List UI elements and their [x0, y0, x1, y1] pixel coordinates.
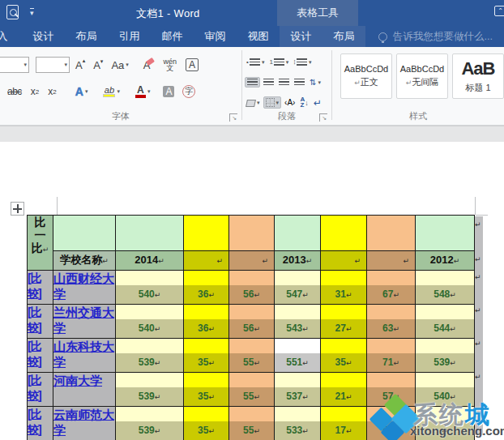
table-header-row-top: 比 一 比↵ [28, 216, 475, 251]
tab-view[interactable]: 视图 [237, 26, 280, 47]
margin-crop-mark [57, 197, 58, 215]
school-link[interactable]: 山西财经大学 [53, 271, 116, 305]
sort-button[interactable]: AZ↓ [298, 96, 310, 109]
window-title: 文档1 - Word [136, 6, 200, 21]
corner-header-cell[interactable]: 比 一 比↵ [28, 216, 53, 271]
print-preview-icon[interactable] [6, 5, 19, 19]
lightbulb-icon [378, 32, 387, 41]
table-row: [比较] 兰州交通大学 540↵ 36↵ 56↵ 543↵ 27↵ 63↵ 54… [28, 305, 475, 339]
tell-me-placeholder: 告诉我您想要做什么... [393, 30, 493, 44]
header-school[interactable]: 学校名称↵ [53, 251, 116, 271]
school-link[interactable]: 云南师范大学 [53, 407, 116, 440]
compare-link[interactable]: [比较] [28, 339, 53, 373]
ruler-area [0, 126, 504, 142]
font-name-combo[interactable]: ▾ [0, 57, 29, 73]
school-link[interactable]: 山东科技大学 [53, 339, 116, 373]
subscript-button[interactable]: x2 [28, 84, 41, 99]
style-no-spacing[interactable]: AaBbCcDd ↵无间隔 [396, 53, 448, 99]
ribbon-tab-bar: 插入 设计 布局 引用 邮件 审阅 视图 设计 布局 告诉我您想要做什么... [0, 26, 504, 47]
bullets-button[interactable]: •▾ [245, 58, 266, 66]
justify-button[interactable] [293, 78, 306, 87]
text-effects-button[interactable]: A▾ [73, 83, 91, 100]
style-normal[interactable]: AaBbCcDd ↵正文 [340, 53, 392, 99]
tab-design[interactable]: 设计 [22, 26, 65, 47]
header-2014[interactable]: 2014↵ [116, 251, 184, 271]
shrink-font-button[interactable]: A [91, 58, 105, 73]
grow-font-button[interactable]: A [73, 58, 88, 73]
compare-link[interactable]: [比较] [28, 373, 53, 407]
table-row: [比较] 云南师范大学 539↵ 35↵ 55↵ 533↵ 17↵ 53↵ ↵ [28, 407, 475, 440]
numbering-button[interactable]: 1▾ [267, 58, 290, 66]
text-highlight-button[interactable]: ab▾ [100, 84, 122, 99]
phonetic-guide-button[interactable]: wén文 [160, 57, 179, 73]
tab-review[interactable]: 审阅 [194, 26, 237, 47]
table-row: [比较] 山东科技大学 539↵ 35↵ 55↵ 551↵ 35↵ 71↵ 53… [28, 339, 475, 373]
enclose-characters-button[interactable]: 字 [182, 85, 195, 98]
tab-insert-clipped[interactable]: 插入 [0, 26, 22, 47]
school-link[interactable]: 兰州交通大学 [53, 305, 116, 339]
header-2013[interactable]: 2013↵ [275, 251, 321, 271]
school-link[interactable]: 河南大学 [53, 373, 116, 407]
quick-access-toolbar: ▾ [6, 5, 34, 19]
paragraph-group-label: 段落 [242, 110, 331, 122]
styles-group: AaBbCcDd ↵正文 AaBbCcDd ↵无间隔 AaB 标题 1 样式 [332, 47, 504, 125]
change-case-button[interactable]: Aa▾ [109, 58, 130, 73]
qat-customize-icon[interactable]: ▾ [30, 8, 34, 16]
line-spacing-button[interactable]: ⇅▾ [308, 77, 322, 88]
strikethrough-button[interactable]: abc [5, 84, 24, 99]
paragraph-dialog-launcher-icon[interactable]: ↘ [319, 113, 327, 122]
font-color-button[interactable]: A▾ [133, 84, 153, 100]
tab-references[interactable]: 引用 [108, 26, 151, 47]
compare-link[interactable]: [比较] [28, 407, 53, 440]
font-group-label: 字体 [0, 110, 241, 122]
multilevel-list-button[interactable]: ⁝▾ [292, 58, 313, 66]
table-row: [比较] 河南大学 539↵ 35↵ 55↵ 537↵ 21↵ 57↵ 540↵ [28, 373, 475, 407]
ribbon: ▾ ▾ A A Aa▾ A wén文 A abc x2 x2 A▾ ab▾ A▾… [0, 47, 504, 126]
title-bar: ▾ 文档1 - Word 表格工具 ⌃ [0, 0, 504, 26]
align-center-button[interactable] [262, 78, 275, 87]
font-dialog-launcher-icon[interactable]: ↘ [229, 113, 237, 122]
borders-button[interactable]: ▾ [263, 96, 282, 109]
unfilled-cell[interactable]: 551↵ [275, 339, 321, 373]
align-right-button[interactable] [277, 78, 291, 87]
table-move-handle[interactable] [11, 202, 24, 216]
ribbon-display-options-icon[interactable]: ⌃ [494, 6, 504, 16]
table-header-row-labels: 学校名称↵ 2014↵ ↵ ↵ 2013↵ ↵ ↵ 2012↵ [28, 251, 475, 271]
table-row: [比较] 山西财经大学 540↵ 36↵ 56↵ 547↵ 31↵ 67↵ 54… [28, 271, 475, 305]
asian-layout-button[interactable]: ‹A› [283, 97, 297, 108]
header-2012[interactable]: 2012↵ [416, 251, 475, 271]
tab-table-layout[interactable]: 布局 [322, 26, 365, 47]
character-border-button[interactable]: A [186, 58, 199, 71]
clear-formatting-button[interactable]: A [141, 58, 153, 73]
font-group: ▾ ▾ A A Aa▾ A wén文 A abc x2 x2 A▾ ab▾ A▾… [0, 47, 241, 125]
compare-link[interactable]: [比较] [28, 305, 53, 339]
font-size-combo[interactable]: ▾ [36, 57, 70, 73]
tab-table-design[interactable]: 设计 [280, 26, 322, 47]
align-left-button[interactable] [245, 77, 260, 88]
tab-mailings[interactable]: 邮件 [151, 26, 194, 47]
paragraph-group: •▾ 1▾ ⁝▾ ⇅▾ ▾ ▾ ‹A› AZ↓ ↵ 段落 ↘ [242, 47, 331, 125]
row-end-marks-strip: ↵ ↵ ↵ ↵ ↵ ↵ ↵ [475, 216, 483, 435]
compare-link[interactable]: [比较] [28, 271, 53, 305]
superscript-button[interactable]: x2 [45, 84, 58, 99]
shading-button[interactable]: ▾ [245, 98, 262, 107]
word-window: ▾ 文档1 - Word 表格工具 ⌃ 插入 设计 布局 引用 邮件 审阅 视图… [0, 0, 504, 440]
table-tools-header: 表格工具 [277, 0, 358, 26]
table-tools-tabs: 设计 布局 [280, 26, 365, 47]
tell-me-box[interactable]: 告诉我您想要做什么... [365, 26, 504, 47]
styles-group-label: 样式 [332, 110, 504, 122]
margin-crop-mark [475, 197, 476, 215]
comparison-table: 比 一 比↵ 学校名称↵ 2014↵ ↵ ↵ 2013↵ ↵ ↵ 2012↵ [… [27, 215, 475, 440]
style-heading1[interactable]: AaB 标题 1 [452, 53, 504, 99]
margin-crop-mark [476, 215, 488, 216]
show-marks-button[interactable]: ↵ [312, 96, 323, 109]
tab-layout[interactable]: 布局 [65, 26, 108, 47]
character-shading-button[interactable]: A [163, 86, 174, 97]
